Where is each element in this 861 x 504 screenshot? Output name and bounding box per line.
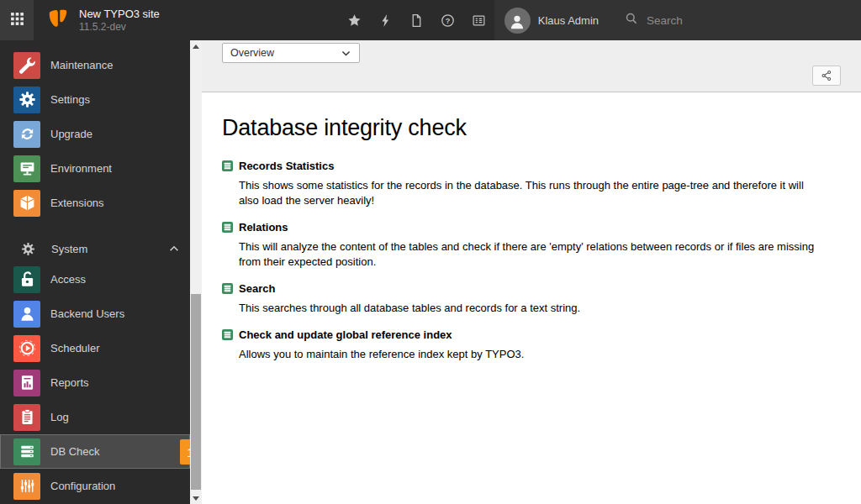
- db-table-icon: [222, 160, 233, 171]
- sidebar-item-upgrade[interactable]: Upgrade: [0, 117, 190, 151]
- page-title: Database integrity check: [222, 115, 841, 141]
- settings-gear-icon: [13, 87, 40, 113]
- scheduler-play-icon: [13, 335, 40, 362]
- opened-document-icon[interactable]: [401, 0, 432, 40]
- sidebar-section-label: System: [51, 243, 168, 255]
- sidebar-item-label: Scheduler: [50, 342, 100, 354]
- sidebar-item-environment[interactable]: Environment: [0, 151, 190, 186]
- db-table-icon: [222, 222, 233, 233]
- db-check-icon: [13, 438, 40, 465]
- sidebar-item-access[interactable]: Access: [0, 262, 190, 297]
- sidebar-item-label: Access: [50, 273, 86, 286]
- sidebar-item-extensions[interactable]: Extensions: [0, 186, 190, 220]
- function-select-dropdown[interactable]: Overview: [222, 43, 360, 63]
- scroll-down-arrow-icon[interactable]: [190, 492, 202, 504]
- sidebar-item-label: Environment: [50, 162, 112, 175]
- user-name: Klaus Admin: [538, 14, 599, 27]
- dropdown-value: Overview: [230, 47, 341, 59]
- docheader: Overview: [202, 40, 861, 92]
- sidebar-item-maintenance[interactable]: Maintenance: [0, 48, 190, 82]
- sidebar-item-label: Configuration: [50, 480, 115, 492]
- module-sidebar: Maintenance Settings Upgrade: [0, 40, 190, 504]
- check-item-title: Check and update global reference index: [239, 328, 452, 341]
- reports-chart-icon: [13, 370, 40, 396]
- sidebar-item-settings[interactable]: Settings: [0, 82, 190, 117]
- help-icon[interactable]: ?: [432, 0, 463, 40]
- sidebar-item-configuration[interactable]: Configuration: [0, 469, 190, 503]
- sidebar-section-system[interactable]: System: [0, 235, 190, 262]
- search-icon: [625, 12, 638, 29]
- system-gear-icon: [21, 242, 35, 256]
- upgrade-refresh-icon: [13, 121, 40, 148]
- svg-text:?: ?: [445, 16, 450, 24]
- typo3-logo-icon: [45, 6, 71, 34]
- check-item-title: Search: [239, 282, 275, 295]
- extensions-cube-icon: [13, 190, 40, 217]
- sidebar-item-label: Extensions: [50, 197, 104, 209]
- module-menu-toggle-button[interactable]: [0, 0, 34, 40]
- search-input[interactable]: [647, 14, 840, 27]
- sidebar-item-label: Upgrade: [50, 128, 92, 140]
- sidebar-item-scheduler[interactable]: Scheduler: [0, 331, 190, 365]
- sidebar-item-label: Maintenance: [50, 59, 113, 71]
- db-table-icon: [222, 329, 233, 340]
- sidebar-scrollbar[interactable]: [190, 40, 202, 504]
- check-item-description: This shows some statistics for the recor…: [239, 178, 821, 208]
- maintenance-icon: [13, 52, 40, 79]
- list-item-relations: Relations This will analyze the content …: [222, 221, 841, 270]
- sidebar-item-label: DB Check: [50, 445, 100, 458]
- system-information-icon[interactable]: [463, 0, 494, 40]
- environment-monitor-icon: [13, 155, 40, 182]
- list-item-reference-index: Check and update global reference index …: [222, 328, 841, 362]
- log-clipboard-icon: [13, 404, 40, 431]
- access-lock-icon: [13, 266, 40, 293]
- sidebar-item-db-check[interactable]: DB Check 1: [0, 434, 190, 469]
- scrollbar-thumb[interactable]: [191, 294, 201, 490]
- topbar-toolbar: ?: [339, 0, 494, 40]
- sidebar-item-reports[interactable]: Reports: [0, 365, 190, 400]
- sidebar-item-log[interactable]: Log: [0, 400, 190, 434]
- grid-icon: [10, 12, 24, 29]
- sidebar-item-label: Log: [50, 411, 69, 423]
- check-item-title: Records Statistics: [239, 160, 334, 172]
- list-item-records-statistics: Records Statistics This shows some stati…: [222, 160, 841, 208]
- list-item-search: Search This searches through all databas…: [222, 282, 841, 316]
- sidebar-item-label: Settings: [50, 93, 90, 106]
- check-item-description: This will analyze the content of the tab…: [239, 239, 821, 270]
- sidebar-item-label: Backend Users: [50, 307, 124, 320]
- scroll-up-arrow-icon[interactable]: [190, 40, 202, 52]
- user-menu[interactable]: Klaus Admin: [494, 0, 610, 40]
- share-button[interactable]: [812, 66, 841, 86]
- bookmark-star-icon[interactable]: [339, 0, 370, 40]
- chevron-down-icon: [341, 48, 351, 59]
- check-list: Records Statistics This shows some stati…: [222, 160, 841, 362]
- sidebar-item-backend-users[interactable]: Backend Users: [0, 297, 190, 331]
- share-icon: [821, 70, 832, 81]
- main-content: Database integrity check Records Statist…: [202, 93, 861, 504]
- backend-users-person-icon: [13, 301, 40, 328]
- clear-cache-bolt-icon[interactable]: [370, 0, 401, 40]
- check-item-description: This searches through all database table…: [239, 301, 821, 316]
- check-item-description: Allows you to maintain the reference ind…: [239, 347, 821, 362]
- check-item-title: Relations: [239, 221, 288, 234]
- db-check-badge: 1: [180, 439, 190, 465]
- db-table-icon: [222, 283, 233, 294]
- site-title: New TYPO3 site: [79, 8, 160, 21]
- sidebar-item-label: Reports: [50, 376, 89, 389]
- site-version: 11.5.2-dev: [79, 21, 160, 33]
- topbar: New TYPO3 site 11.5.2-dev ?: [0, 0, 861, 40]
- topbar-search[interactable]: [610, 0, 861, 40]
- typo3-brand[interactable]: New TYPO3 site 11.5.2-dev: [34, 0, 160, 40]
- chevron-up-icon[interactable]: [168, 243, 180, 255]
- avatar: [504, 8, 531, 34]
- configuration-sliders-icon: [13, 473, 40, 500]
